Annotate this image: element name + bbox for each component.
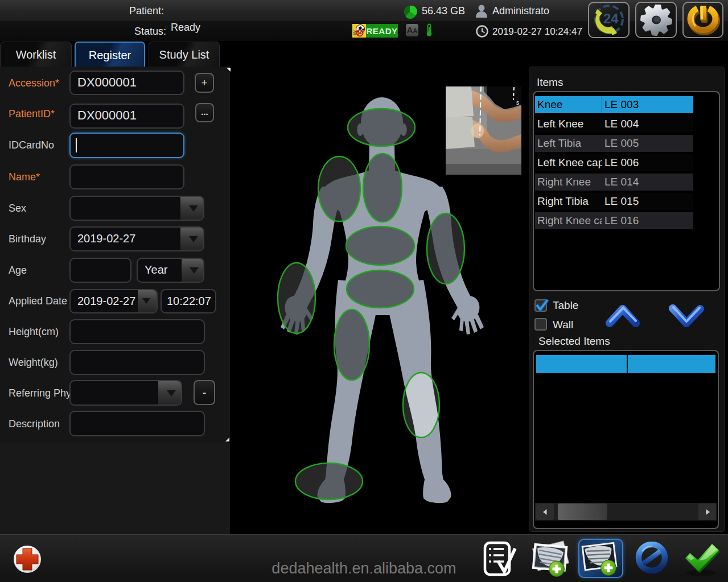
svg-text:24: 24 xyxy=(603,11,619,26)
svg-text:s: s xyxy=(516,100,519,106)
